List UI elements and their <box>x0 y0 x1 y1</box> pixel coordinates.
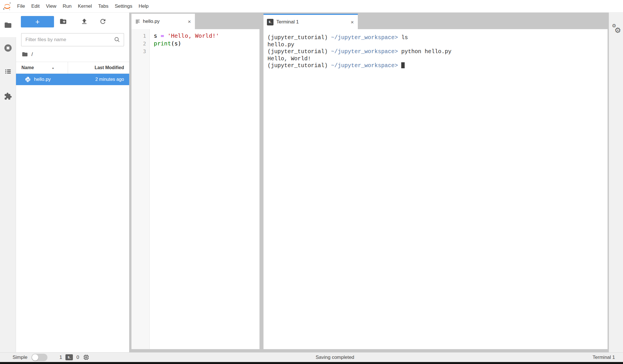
close-tab-hello-py-icon[interactable]: × <box>188 19 191 24</box>
menu-kernel[interactable]: Kernel <box>75 3 95 9</box>
toggle-knob <box>32 354 38 361</box>
file-browser-icon[interactable] <box>4 21 12 29</box>
file-row-hello-py[interactable]: hello.py 2 minutes ago <box>16 74 129 85</box>
tab-title-terminal-1: Terminal 1 <box>276 19 299 25</box>
code-line: print(s) <box>150 40 181 47</box>
terminals-count: 1 <box>59 355 62 360</box>
table-of-contents-icon[interactable] <box>4 67 12 75</box>
line-number: 2 <box>131 40 150 47</box>
terminal-line: hello.py <box>267 41 604 49</box>
terminal-icon: $_ <box>267 19 273 25</box>
terminal-cursor <box>401 62 405 68</box>
menu-run[interactable]: Run <box>59 3 75 9</box>
column-modified-label: Last Modified <box>95 65 124 70</box>
jupyter-logo-icon <box>3 2 12 11</box>
upload-icon[interactable] <box>81 18 88 25</box>
kernel-session-counts: 1 $_ 0 <box>59 354 90 361</box>
column-header-name[interactable]: Name ▲ <box>16 62 68 73</box>
status-context: Terminal 1 <box>593 355 615 360</box>
menu-items: File Edit View Run Kernel Tabs Settings … <box>14 3 152 9</box>
window-bottom-edge <box>0 362 623 364</box>
file-browser-panel: + / Name ▲ <box>16 13 129 352</box>
status-bar: Simple 1 $_ 0 Saving completed Terminal … <box>0 352 623 362</box>
terminal-line: (jupyter_tutorial) ~/jupyter_workspace> <box>267 62 604 69</box>
menu-help[interactable]: Help <box>135 3 152 9</box>
tab-terminal-1[interactable]: $_ Terminal 1 × <box>263 14 358 29</box>
breadcrumb-root[interactable]: / <box>31 51 33 57</box>
code-line <box>150 47 154 55</box>
menu-tabs[interactable]: Tabs <box>95 3 112 9</box>
editor-lines: 1 s = 'Hello, World!' 2 print(s) 3 <box>131 29 259 55</box>
property-inspector-gears-icon[interactable]: ⚙ ⚙ <box>611 23 622 37</box>
text-file-icon <box>135 19 140 24</box>
simple-mode-toggle[interactable] <box>31 354 47 361</box>
new-launcher-button[interactable]: + <box>21 16 54 27</box>
editor-gutter <box>131 29 150 349</box>
column-name-label: Name <box>21 65 34 70</box>
tab-hello-py[interactable]: hello.py × <box>131 14 195 29</box>
extension-manager-icon[interactable] <box>4 92 12 100</box>
terminal-output[interactable]: (jupyter_tutorial) ~/jupyter_workspace> … <box>263 29 608 349</box>
status-left-group: Simple 1 $_ 0 <box>13 354 90 361</box>
terminal-line: (jupyter_tutorial) ~/jupyter_workspace> … <box>267 48 604 55</box>
editor-line: 1 s = 'Hello, World!' <box>131 32 259 40</box>
breadcrumb: / <box>22 50 33 58</box>
refresh-icon[interactable] <box>99 18 107 25</box>
breadcrumb-home-folder-icon[interactable] <box>22 51 28 57</box>
code-editor[interactable]: 1 s = 'Hello, World!' 2 print(s) 3 <box>131 29 259 349</box>
kernel-chip-icon[interactable] <box>83 354 90 361</box>
running-sessions-icon[interactable] <box>3 43 13 53</box>
python-file-icon <box>25 77 31 83</box>
right-sidebar: ⚙ ⚙ <box>609 13 623 352</box>
editor-line: 3 <box>131 47 259 55</box>
activity-bar <box>0 13 16 352</box>
menu-settings[interactable]: Settings <box>112 3 135 9</box>
line-number: 1 <box>131 32 150 40</box>
gear-big-icon: ⚙ <box>614 26 621 35</box>
menu-edit[interactable]: Edit <box>28 3 43 9</box>
sort-ascending-icon: ▲ <box>52 66 55 69</box>
filter-files-wrap <box>21 33 124 46</box>
terminal-line: (jupyter_tutorial) ~/jupyter_workspace> … <box>267 34 604 41</box>
new-folder-icon[interactable] <box>59 18 67 25</box>
menu-view[interactable]: View <box>43 3 60 9</box>
simple-mode-label: Simple <box>13 355 27 360</box>
search-icon <box>114 36 121 43</box>
status-message: Saving completed <box>316 355 354 360</box>
file-list-header: Name ▲ Last Modified <box>16 62 129 74</box>
file-last-modified: 2 minutes ago <box>95 77 129 82</box>
dock-area: hello.py × 1 s = 'Hello, World!' 2 print… <box>129 13 609 352</box>
jupyterlab-window: File Edit View Run Kernel Tabs Settings … <box>0 0 623 364</box>
file-name: hello.py <box>34 77 95 82</box>
column-header-last-modified[interactable]: Last Modified <box>68 62 129 73</box>
editor-line: 2 print(s) <box>131 40 259 47</box>
close-tab-terminal-1-icon[interactable]: × <box>351 19 354 25</box>
kernels-count: 0 <box>76 355 79 360</box>
tab-title-hello-py: hello.py <box>143 19 160 24</box>
line-number: 3 <box>131 47 150 55</box>
code-line: s = 'Hello, World!' <box>150 32 219 40</box>
menu-bar: File Edit View Run Kernel Tabs Settings … <box>0 0 623 13</box>
terminal-line: Hello, World! <box>267 55 604 63</box>
panel-splitter[interactable] <box>259 29 263 349</box>
menu-file[interactable]: File <box>14 3 28 9</box>
filter-files-input[interactable] <box>21 33 124 46</box>
terminal-count-icon[interactable]: $_ <box>65 354 73 360</box>
